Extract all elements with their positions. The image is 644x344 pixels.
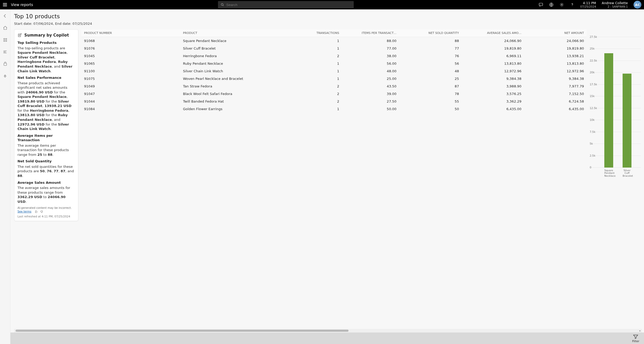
- copilot-body-avgitems: The average items per transaction for th…: [17, 143, 75, 157]
- lines-icon[interactable]: [2, 49, 8, 55]
- chart-y-tick: 12.5k: [590, 106, 597, 109]
- cell-net_amount: 13,938.21: [524, 52, 587, 60]
- svg-point-9: [5, 40, 7, 42]
- table-row[interactable]: 91100Silver Chain Link Watch148.004812,9…: [81, 67, 587, 75]
- table-row[interactable]: 91084Golden Flower Earrings150.00506,435…: [81, 105, 587, 113]
- chart-x-label: Square Pendant Necklace: [604, 169, 613, 177]
- cell-product_number: 91076: [81, 45, 180, 52]
- cell-transactions: 1: [295, 67, 342, 75]
- help-icon[interactable]: [570, 2, 575, 7]
- puzzle-icon[interactable]: [2, 37, 8, 43]
- copilot-body-top: The top-selling products are Square Pend…: [17, 46, 75, 73]
- cell-product_number: 91068: [81, 37, 180, 45]
- cell-net_sold_quantity: 55: [399, 98, 462, 105]
- cell-product: Twill Banded Fedora Hat: [180, 98, 295, 105]
- filter-button[interactable]: Filter: [632, 334, 639, 343]
- chart-y-tick: 2.5k: [590, 154, 595, 157]
- chart-y-tick: 27.5k: [590, 35, 597, 38]
- drawer-count[interactable]: 0: [2, 73, 8, 79]
- cell-net_amount: 12,972.96: [524, 67, 587, 75]
- cell-items_per_transaction: 56.00: [342, 60, 399, 67]
- copilot-disclaimer: AI-generated content may be incorrect. S…: [17, 206, 75, 213]
- column-header-items_per_transaction[interactable]: ITEMS PER TRANSACT…: [342, 29, 399, 37]
- cell-transactions: 1: [295, 60, 342, 67]
- cell-items_per_transaction: 50.00: [342, 105, 399, 113]
- column-header-net_amount[interactable]: NET AMOUNT: [524, 29, 587, 37]
- table-row[interactable]: 91076Silver Cuff Bracelet177.007719,819.…: [81, 45, 587, 52]
- thumbs-down-icon[interactable]: [40, 210, 43, 213]
- products-table-zone[interactable]: PRODUCT NUMBERPRODUCTTRANSACTIONSITEMS P…: [81, 29, 587, 328]
- cell-items_per_transaction: 48.00: [342, 67, 399, 75]
- cell-net_amount: 6,724.58: [524, 98, 587, 105]
- gear-icon[interactable]: [559, 2, 564, 7]
- chart-y-tick: 5k: [590, 142, 593, 145]
- cell-net_amount: 7,977.79: [524, 82, 587, 90]
- page-title: Top 10 products: [14, 13, 642, 20]
- cell-net_amount: 6,435.00: [524, 105, 587, 113]
- back-icon[interactable]: [2, 13, 8, 19]
- cell-net_sold_quantity: 87: [399, 82, 462, 90]
- date-range: Start date: 07/06/2024, End date: 07/25/…: [14, 22, 642, 26]
- search-input-wrap[interactable]: [218, 1, 354, 8]
- svg-point-6: [4, 38, 5, 40]
- hamburger-menu-icon[interactable]: [3, 2, 7, 7]
- column-header-product_number[interactable]: PRODUCT NUMBER: [81, 29, 180, 37]
- cell-items_per_transaction: 27.50: [342, 98, 399, 105]
- home-icon[interactable]: [2, 25, 8, 31]
- cell-product: Silver Cuff Bracelet: [180, 45, 295, 52]
- table-row[interactable]: 91045Herringbone Fedora238.00766,969.111…: [81, 52, 587, 60]
- bag-icon[interactable]: [2, 61, 8, 67]
- table-row[interactable]: 91065Ruby Pendant Necklace156.005613,813…: [81, 60, 587, 67]
- cell-net_sold_quantity: 56: [399, 60, 462, 67]
- copilot-body-netsales: These products achieved significant net …: [17, 81, 75, 131]
- globe-icon[interactable]: [549, 2, 554, 7]
- svg-rect-2: [539, 3, 543, 6]
- table-row[interactable]: 91044Twill Banded Fedora Hat227.50553,36…: [81, 98, 587, 105]
- cell-transactions: 1: [295, 45, 342, 52]
- chart-bar[interactable]: [604, 53, 613, 168]
- table-row[interactable]: 91068Square Pendant Necklace188.008824,0…: [81, 37, 587, 45]
- hscroll-track[interactable]: ◂ ▸: [14, 329, 642, 333]
- user-block[interactable]: Andrew Collette 2 - SANFRAN-1: [602, 1, 628, 8]
- cell-transactions: 2: [295, 52, 342, 60]
- cell-product: Silver Chain Link Watch: [180, 67, 295, 75]
- svg-line-1: [223, 5, 224, 6]
- cell-net_amount: 13,813.80: [524, 60, 587, 67]
- hscroll-thumb[interactable]: [16, 330, 348, 332]
- svg-point-4: [561, 4, 562, 5]
- cell-product_number: 91049: [81, 82, 180, 90]
- cell-net_sold_quantity: 25: [399, 75, 462, 82]
- column-header-average_sales_amount[interactable]: AVERAGE SALES AMO…: [462, 29, 524, 37]
- cell-average_sales_amount: 6,435.00: [462, 105, 524, 113]
- cell-items_per_transaction: 39.00: [342, 90, 399, 98]
- cell-average_sales_amount: 3,988.90: [462, 82, 524, 90]
- column-header-net_sold_quantity[interactable]: NET SOLD QUANTITY: [399, 29, 462, 37]
- cell-net_sold_quantity: 76: [399, 52, 462, 60]
- main: Top 10 products Start date: 07/06/2024, …: [10, 9, 644, 344]
- topbar: View reports 4:11 PM 07/25/2024 Andrew C…: [0, 0, 644, 9]
- thumbs-up-icon[interactable]: [34, 210, 38, 213]
- avatar[interactable]: AC: [634, 1, 641, 9]
- column-header-product[interactable]: PRODUCT: [180, 29, 295, 37]
- table-row[interactable]: 91075Woven Pearl Necklace and Bracelet12…: [81, 75, 587, 82]
- cell-net_sold_quantity: 50: [399, 105, 462, 113]
- table-row[interactable]: 91047Black Wool Felt Safari Fedora239.00…: [81, 90, 587, 98]
- cell-net_sold_quantity: 48: [399, 67, 462, 75]
- column-header-transactions[interactable]: TRANSACTIONS: [295, 29, 342, 37]
- chart-y-tick: 22.5k: [590, 59, 597, 62]
- hscroll-right-arrow[interactable]: ▸: [638, 329, 642, 333]
- chart-y-tick: 10k: [590, 118, 595, 121]
- chat-icon[interactable]: [539, 2, 543, 7]
- search-input[interactable]: [226, 3, 351, 7]
- chart-y-tick: 15k: [590, 95, 595, 98]
- clock-block: 4:11 PM 07/25/2024: [580, 1, 596, 8]
- cell-product_number: 91044: [81, 98, 180, 105]
- table-row[interactable]: 91049Tan Straw Fedora243.50873,988.907,9…: [81, 82, 587, 90]
- svg-point-5: [572, 6, 572, 6]
- chart-bar[interactable]: [623, 74, 631, 168]
- user-name: Andrew Collette: [602, 1, 628, 5]
- copilot-see-terms-link[interactable]: See terms: [17, 210, 31, 213]
- cell-items_per_transaction: 88.00: [342, 37, 399, 45]
- products-table: PRODUCT NUMBERPRODUCTTRANSACTIONSITEMS P…: [81, 29, 587, 113]
- cell-transactions: 1: [295, 105, 342, 113]
